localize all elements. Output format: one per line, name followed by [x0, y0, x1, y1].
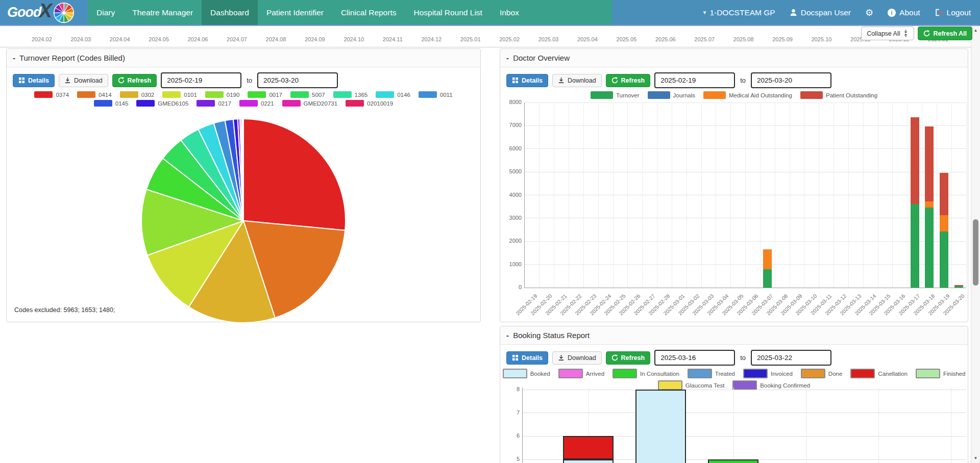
nav-item-inbox[interactable]: Inbox — [491, 0, 528, 25]
grid-icon — [512, 354, 519, 361]
date-from-input[interactable] — [654, 350, 735, 366]
legend-swatch — [419, 91, 437, 98]
month-axis-label: 2024.09 — [305, 36, 325, 42]
bar-segment-canellation[interactable] — [563, 436, 614, 459]
user-menu[interactable]: Docspan User — [790, 8, 851, 17]
bar-segment-in-consultation[interactable] — [708, 459, 758, 463]
legend-swatch — [346, 100, 364, 107]
nav-item-dashboard[interactable]: Dashboard — [202, 0, 258, 25]
pie-legend: 0374041403020101019000175007136501460011… — [7, 91, 480, 107]
bar-segment-turnover[interactable] — [954, 286, 963, 288]
goodx-logo[interactable]: GoodX — [0, 0, 88, 25]
date-to-input[interactable] — [751, 350, 831, 366]
nav-item-patient-identifier[interactable]: Patient Identifier — [258, 0, 332, 25]
nav-item-theatre-manager[interactable]: Theatre Manager — [124, 0, 202, 25]
details-button[interactable]: Details — [13, 74, 55, 87]
global-toolbar: Collapse All Refresh All — [861, 27, 972, 40]
gridline — [598, 102, 599, 288]
bar-segment-turnover[interactable] — [911, 204, 919, 288]
gridline — [804, 102, 804, 288]
legend-swatch — [850, 369, 875, 378]
nav-item-clinical-reports[interactable]: Clinical Reports — [332, 0, 405, 25]
bar-segment-booked[interactable] — [635, 390, 686, 463]
gridline — [848, 102, 849, 288]
date-to-input[interactable] — [257, 72, 338, 88]
gridline — [583, 102, 584, 288]
y-axis-label: 3000 — [509, 215, 522, 221]
bar-segment-patient-outstanding[interactable] — [925, 126, 934, 201]
chevron-down-icon: ▾ — [703, 9, 706, 16]
bar-segment-patient-outstanding[interactable] — [940, 173, 948, 215]
collapse-toggle[interactable]: - — [506, 331, 509, 340]
bar-segment-turnover[interactable] — [925, 208, 934, 288]
settings-button[interactable]: ⚙ — [865, 8, 873, 17]
legend-label: 0145 — [115, 100, 129, 107]
legend-label: 0302 — [141, 92, 155, 98]
gridline — [539, 102, 540, 288]
scrollbar-thumb[interactable] — [973, 219, 978, 286]
scroll-down-arrow-icon[interactable]: ▼ — [971, 456, 980, 460]
practice-label: 1-DOCSTEAM GP — [709, 8, 775, 17]
month-axis-label: 2025.03 — [538, 36, 559, 42]
logout-link[interactable]: Logout — [935, 8, 971, 17]
gridline — [878, 102, 878, 288]
refresh-button[interactable]: Refresh — [606, 351, 651, 365]
gridline — [627, 102, 628, 288]
refresh-all-button[interactable]: Refresh All — [918, 27, 972, 40]
y-axis-label: 5 — [517, 456, 520, 462]
practice-selector[interactable]: ▾ 1-DOCSTEAM GP — [703, 8, 775, 17]
bar-segment-medical-aid-outstanding[interactable] — [925, 201, 934, 208]
gridline — [966, 102, 967, 288]
nav-item-hospital-round-list[interactable]: Hospital Round List — [405, 0, 491, 25]
details-button[interactable]: Details — [506, 351, 548, 365]
gridline — [745, 102, 746, 288]
about-link[interactable]: i About — [888, 8, 920, 17]
nav-item-diary[interactable]: Diary — [88, 0, 124, 25]
legend-swatch — [290, 91, 309, 98]
bar-segment-booked[interactable] — [563, 459, 614, 463]
bar-segment-patient-outstanding[interactable] — [954, 285, 963, 287]
gridline — [922, 102, 922, 288]
legend-item-0190: 0190 — [205, 91, 240, 98]
download-button[interactable]: Download — [552, 74, 602, 87]
panel-controls: Details Download Refresh to — [13, 72, 474, 88]
scroll-up-arrow-icon[interactable]: ▲ — [971, 28, 980, 33]
bar-segment-turnover[interactable] — [763, 269, 772, 288]
legend-swatch — [205, 91, 224, 98]
pie-slice-0374[interactable] — [243, 119, 346, 230]
date-to-input[interactable] — [751, 72, 831, 88]
legend-swatch — [333, 91, 352, 98]
date-from-input[interactable] — [654, 72, 735, 88]
bar-segment-medical-aid-outstanding[interactable] — [940, 215, 948, 232]
legend-swatch — [120, 91, 138, 98]
legend-label: 0146 — [397, 92, 410, 98]
refresh-button[interactable]: Refresh — [112, 74, 157, 87]
top-panel-border — [0, 47, 980, 47]
details-button[interactable]: Details — [506, 74, 548, 87]
gridline — [775, 102, 775, 288]
refresh-button[interactable]: Refresh — [606, 74, 651, 87]
collapse-all-button[interactable]: Collapse All — [861, 27, 914, 40]
legend-swatch — [77, 91, 95, 98]
gridline — [790, 102, 790, 288]
vertical-scrollbar[interactable]: ▲ ▼ — [971, 26, 980, 463]
collapse-toggle[interactable]: - — [506, 54, 509, 62]
nav-menu: DiaryTheatre ManagerDashboardPatient Ide… — [88, 0, 612, 25]
bar-segment-patient-outstanding[interactable] — [911, 117, 919, 204]
collapse-toggle[interactable]: - — [13, 54, 15, 62]
y-axis-label: 8000 — [509, 99, 522, 105]
date-from-input[interactable] — [161, 72, 241, 88]
bar-segment-turnover[interactable] — [940, 232, 948, 288]
download-button[interactable]: Download — [59, 74, 108, 87]
legend-swatch — [162, 91, 181, 98]
legend-swatch — [612, 369, 637, 378]
panel-title: Turnover Report (Codes Billed) — [19, 54, 125, 62]
month-axis-label: 2024.02 — [32, 36, 52, 42]
bar-segment-medical-aid-outstanding[interactable] — [763, 249, 772, 269]
legend-swatch — [558, 369, 583, 378]
download-button[interactable]: Download — [552, 351, 602, 365]
download-icon — [64, 77, 71, 84]
legend-item-done: Done — [801, 369, 843, 378]
legend-swatch — [743, 369, 768, 378]
gridline — [892, 102, 893, 288]
